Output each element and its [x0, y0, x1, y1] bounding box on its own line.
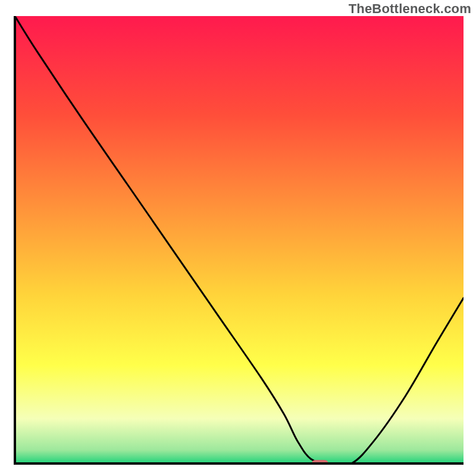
chart-background-gradient — [15, 16, 464, 464]
bottleneck-chart — [14, 16, 464, 465]
attribution-text: TheBottleneck.com — [349, 1, 471, 17]
